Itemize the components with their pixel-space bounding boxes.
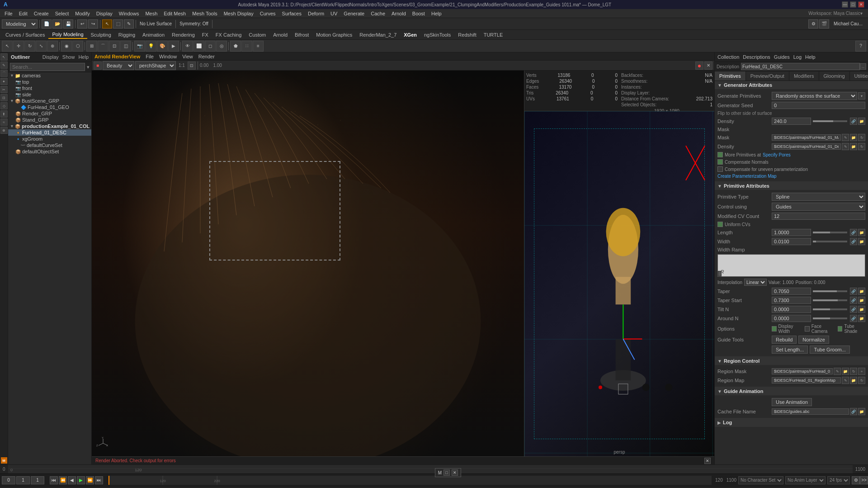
density2-refresh-btn[interactable]: ↻ (858, 143, 865, 150)
gen-primitives-dropdown[interactable]: Randomly across the surface (772, 92, 857, 100)
cut-icon[interactable]: ✂ (0, 86, 8, 93)
rmap-edit-btn[interactable]: ✎ (842, 377, 849, 384)
bridge-icon[interactable]: ≈ (0, 118, 8, 126)
paint-mode-icon[interactable]: ✎ (0, 62, 8, 69)
tilt-n-input[interactable] (772, 306, 811, 313)
stb-bifrost[interactable]: Bifrost (291, 31, 312, 38)
stb-rigging[interactable]: Rigging (115, 31, 139, 38)
menu-mesh-display[interactable]: Mesh Display (221, 10, 256, 17)
stb-turtle[interactable]: TURTLE (480, 31, 507, 38)
cache-icon2[interactable]: 📁 (858, 408, 865, 415)
arnold-file-menu[interactable]: File (146, 54, 154, 59)
cache-icon1[interactable]: 🔗 (850, 408, 857, 415)
rm-icon4[interactable]: + (858, 368, 865, 375)
width-icon2[interactable]: 📁 (858, 238, 865, 245)
maximize-button[interactable]: □ (850, 1, 856, 8)
control-using-dropdown[interactable]: Guides (772, 203, 865, 211)
render-btn[interactable]: 🎬 (819, 19, 829, 28)
snap-grid-btn[interactable]: ⊞ (86, 41, 97, 52)
tree-item-top[interactable]: 📷 top (8, 79, 91, 85)
stb-animation[interactable]: Animation (139, 31, 168, 38)
taper-slider[interactable] (813, 290, 848, 292)
merge-icon[interactable]: ⊕ (0, 127, 8, 134)
stb-motion-graphics[interactable]: Motion Graphics (312, 31, 356, 38)
left-viewport[interactable]: X Z Y (92, 71, 524, 456)
snap-point-btn[interactable]: ⊡ (109, 41, 120, 52)
menu-file[interactable]: File (2, 10, 15, 17)
rph-collection[interactable]: Collection (717, 54, 739, 60)
stb-arnold[interactable]: Arnold (269, 31, 291, 38)
tree-item-render-grp[interactable]: 📦 Render_GRP (8, 110, 91, 117)
menu-mesh-tools[interactable]: Mesh Tools (189, 10, 220, 17)
rph-guides[interactable]: Guides (774, 54, 790, 60)
smooth-btn[interactable]: ◻ (205, 41, 216, 52)
comp-normals-check[interactable] (717, 159, 723, 165)
go-end-btn[interactable]: ⏭ (95, 476, 103, 484)
next-frame-btn[interactable]: ⏩ (86, 476, 94, 484)
taper-input[interactable] (772, 288, 811, 295)
tree-item-side[interactable]: 📷 side (8, 91, 91, 98)
width-slider[interactable] (813, 241, 848, 242)
frame-3-input[interactable] (31, 476, 44, 484)
stb-poly-modeling[interactable]: Poly Modeling (48, 31, 87, 39)
density-icon1[interactable]: 🔗 (850, 118, 857, 125)
extrude-icon[interactable]: ⬆ (0, 110, 8, 118)
create-param-link[interactable]: Create Parameterization Map (717, 174, 777, 179)
menu-cache[interactable]: Cache (368, 10, 388, 17)
select-tool-btn[interactable]: ↖ (102, 19, 112, 28)
paint-btn[interactable]: ✎ (124, 19, 134, 28)
mask-browse-btn[interactable]: 📁 (850, 134, 857, 141)
mini-close-btn[interactable]: ✕ (452, 469, 458, 476)
cv-count-input[interactable] (772, 213, 865, 220)
scale-icon-btn[interactable]: ⤡ (36, 41, 47, 52)
face-camera-check[interactable] (805, 326, 810, 332)
outliner-show-menu[interactable]: Show (62, 54, 75, 60)
tree-item-front[interactable]: 📷 front (8, 85, 91, 91)
help-icon-btn[interactable]: ? (855, 41, 866, 52)
width-input[interactable] (772, 238, 811, 245)
taper-start-icon1[interactable]: 🔗 (850, 297, 857, 304)
region-control-header[interactable]: ▼ Region Control (715, 357, 868, 365)
taper-icon2[interactable]: 📁 (858, 288, 865, 295)
soft-select-btn[interactable]: ◉ (61, 41, 72, 52)
menu-surfaces[interactable]: Surfaces (279, 10, 304, 17)
camera-dropdown[interactable]: perchShape (135, 61, 176, 70)
lasso-btn[interactable]: ⬚ (113, 19, 123, 28)
minimize-button[interactable]: — (842, 1, 848, 8)
render-view-btn[interactable]: 🎨 (157, 41, 168, 52)
taper-start-slider[interactable] (813, 299, 848, 301)
rotate-icon-btn[interactable]: ↻ (24, 41, 35, 52)
tree-item-bustscene[interactable]: ▼ 📦 BustScene_GRP (8, 98, 91, 104)
desc-browse-btn[interactable]: ... (860, 63, 866, 70)
tilt-n-icon2[interactable]: 📁 (858, 306, 865, 313)
render-settings-btn[interactable]: ⚙ (808, 19, 818, 28)
main-timeline[interactable]: 120 220 (108, 476, 712, 485)
frame-step-input[interactable] (16, 476, 30, 484)
mask-path-input[interactable] (772, 134, 841, 141)
outliner-display-menu[interactable]: Display (42, 54, 59, 60)
menu-modify[interactable]: Modify (72, 10, 92, 17)
close-render-btn[interactable]: ✕ (704, 62, 712, 70)
specify-pores-link[interactable]: Specify Pores (763, 152, 791, 157)
density-input[interactable] (772, 118, 811, 125)
light-btn[interactable]: 💡 (146, 41, 156, 52)
display-width-check[interactable] (772, 326, 777, 332)
snap-surface-btn[interactable]: ◫ (120, 41, 131, 52)
save-btn[interactable]: 💾 (63, 19, 73, 28)
anim-layer-dropdown[interactable]: No Anim Layer (785, 476, 826, 484)
stb-fx-caching[interactable]: FX Caching (212, 31, 245, 38)
density2-input[interactable] (772, 143, 841, 150)
use-animation-btn[interactable]: Use Animation (772, 398, 812, 406)
width-ramp-container[interactable]: R (717, 254, 865, 277)
current-frame-input[interactable] (2, 476, 15, 484)
close-status-btn[interactable]: ✕ (704, 458, 711, 464)
length-slider[interactable] (813, 232, 848, 233)
menu-curves[interactable]: Curves (257, 10, 278, 17)
rmap-browse-btn[interactable]: 📁 (850, 377, 857, 384)
playblast-btn[interactable]: ▶ (168, 41, 179, 52)
rph-log[interactable]: Log (793, 54, 802, 60)
normalize-btn[interactable]: Normalize (798, 336, 829, 344)
width-icon1[interactable]: 🔗 (850, 238, 857, 245)
rmap-refresh-btn[interactable]: ↻ (858, 377, 865, 384)
redo-btn[interactable]: ↪ (88, 19, 98, 28)
